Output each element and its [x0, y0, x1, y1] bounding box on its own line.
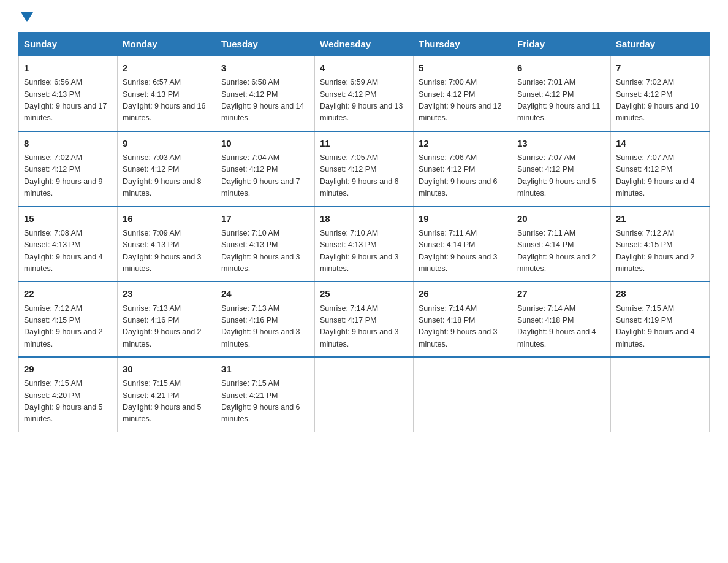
day-number: 8 [24, 136, 112, 150]
calendar-cell: 20Sunrise: 7:11 AMSunset: 4:14 PMDayligh… [512, 207, 611, 282]
calendar-cell: 17Sunrise: 7:10 AMSunset: 4:13 PMDayligh… [216, 207, 315, 282]
day-info: Sunrise: 7:14 AMSunset: 4:18 PMDaylight:… [517, 304, 596, 348]
calendar-cell: 6Sunrise: 7:01 AMSunset: 4:12 PMDaylight… [512, 56, 611, 131]
day-number: 14 [616, 136, 704, 150]
day-number: 16 [123, 212, 211, 226]
calendar-cell: 7Sunrise: 7:02 AMSunset: 4:12 PMDaylight… [611, 56, 710, 131]
col-header-sunday: Sunday [19, 33, 118, 56]
logo [18, 12, 33, 21]
week-row-4: 22Sunrise: 7:12 AMSunset: 4:15 PMDayligh… [19, 282, 710, 357]
week-row-2: 8Sunrise: 7:02 AMSunset: 4:12 PMDaylight… [19, 131, 710, 207]
day-number: 11 [320, 136, 408, 150]
day-number: 1 [24, 61, 112, 75]
day-number: 9 [123, 136, 211, 150]
calendar-cell: 30Sunrise: 7:15 AMSunset: 4:21 PMDayligh… [118, 357, 216, 432]
day-info: Sunrise: 7:00 AMSunset: 4:12 PMDaylight:… [419, 78, 502, 122]
day-number: 26 [419, 286, 507, 301]
day-number: 6 [517, 61, 605, 75]
day-info: Sunrise: 7:07 AMSunset: 4:12 PMDaylight:… [517, 153, 596, 197]
day-info: Sunrise: 7:10 AMSunset: 4:13 PMDaylight:… [320, 229, 399, 273]
calendar-cell: 3Sunrise: 6:58 AMSunset: 4:12 PMDaylight… [216, 56, 315, 131]
day-number: 22 [24, 286, 112, 301]
day-number: 13 [517, 136, 605, 150]
calendar-cell [512, 357, 611, 432]
calendar-cell: 4Sunrise: 6:59 AMSunset: 4:12 PMDaylight… [315, 56, 414, 131]
day-info: Sunrise: 6:59 AMSunset: 4:12 PMDaylight:… [320, 78, 403, 122]
calendar-cell: 12Sunrise: 7:06 AMSunset: 4:12 PMDayligh… [414, 131, 512, 207]
calendar-cell: 29Sunrise: 7:15 AMSunset: 4:20 PMDayligh… [19, 357, 118, 432]
week-row-3: 15Sunrise: 7:08 AMSunset: 4:13 PMDayligh… [19, 207, 710, 282]
col-header-friday: Friday [512, 33, 611, 56]
day-info: Sunrise: 7:12 AMSunset: 4:15 PMDaylight:… [616, 229, 695, 273]
day-info: Sunrise: 7:02 AMSunset: 4:12 PMDaylight:… [24, 153, 103, 197]
calendar-table: SundayMondayTuesdayWednesdayThursdayFrid… [18, 32, 710, 432]
calendar-cell: 8Sunrise: 7:02 AMSunset: 4:12 PMDaylight… [19, 131, 118, 207]
calendar-cell: 27Sunrise: 7:14 AMSunset: 4:18 PMDayligh… [512, 282, 611, 357]
day-info: Sunrise: 6:58 AMSunset: 4:12 PMDaylight:… [221, 78, 305, 122]
calendar-cell: 18Sunrise: 7:10 AMSunset: 4:13 PMDayligh… [315, 207, 414, 282]
logo-text [18, 12, 33, 23]
calendar-cell: 31Sunrise: 7:15 AMSunset: 4:21 PMDayligh… [216, 357, 315, 432]
day-number: 23 [123, 286, 211, 301]
col-header-wednesday: Wednesday [315, 33, 414, 56]
col-header-monday: Monday [118, 33, 216, 56]
day-info: Sunrise: 7:09 AMSunset: 4:13 PMDaylight:… [123, 229, 202, 273]
header [18, 12, 710, 21]
day-info: Sunrise: 7:08 AMSunset: 4:13 PMDaylight:… [24, 229, 103, 273]
calendar-cell [414, 357, 512, 432]
day-info: Sunrise: 7:06 AMSunset: 4:12 PMDaylight:… [419, 153, 498, 197]
day-number: 29 [24, 362, 112, 376]
day-number: 5 [419, 61, 507, 75]
day-info: Sunrise: 7:15 AMSunset: 4:19 PMDaylight:… [616, 304, 695, 348]
day-number: 20 [517, 212, 605, 226]
day-info: Sunrise: 7:10 AMSunset: 4:13 PMDaylight:… [221, 229, 300, 273]
col-header-tuesday: Tuesday [216, 33, 315, 56]
day-number: 18 [320, 212, 408, 226]
calendar-header-row: SundayMondayTuesdayWednesdayThursdayFrid… [19, 33, 710, 56]
day-number: 27 [517, 286, 605, 301]
day-number: 15 [24, 212, 112, 226]
day-info: Sunrise: 7:07 AMSunset: 4:12 PMDaylight:… [616, 153, 695, 197]
calendar-cell: 10Sunrise: 7:04 AMSunset: 4:12 PMDayligh… [216, 131, 315, 207]
col-header-thursday: Thursday [414, 33, 512, 56]
day-number: 19 [419, 212, 507, 226]
week-row-5: 29Sunrise: 7:15 AMSunset: 4:20 PMDayligh… [19, 357, 710, 432]
day-info: Sunrise: 7:15 AMSunset: 4:21 PMDaylight:… [123, 379, 202, 423]
calendar-cell: 2Sunrise: 6:57 AMSunset: 4:13 PMDaylight… [118, 56, 216, 131]
calendar-cell: 16Sunrise: 7:09 AMSunset: 4:13 PMDayligh… [118, 207, 216, 282]
calendar-cell: 1Sunrise: 6:56 AMSunset: 4:13 PMDaylight… [19, 56, 118, 131]
day-info: Sunrise: 7:04 AMSunset: 4:12 PMDaylight:… [221, 153, 300, 197]
day-info: Sunrise: 7:01 AMSunset: 4:12 PMDaylight:… [517, 78, 601, 122]
day-info: Sunrise: 7:14 AMSunset: 4:17 PMDaylight:… [320, 304, 399, 348]
calendar-cell: 9Sunrise: 7:03 AMSunset: 4:12 PMDaylight… [118, 131, 216, 207]
col-header-saturday: Saturday [611, 33, 710, 56]
day-info: Sunrise: 7:15 AMSunset: 4:20 PMDaylight:… [24, 379, 103, 423]
calendar-cell: 14Sunrise: 7:07 AMSunset: 4:12 PMDayligh… [611, 131, 710, 207]
day-number: 21 [616, 212, 704, 226]
day-number: 28 [616, 286, 704, 301]
calendar-cell: 24Sunrise: 7:13 AMSunset: 4:16 PMDayligh… [216, 282, 315, 357]
day-number: 25 [320, 286, 408, 301]
day-number: 30 [123, 362, 211, 376]
day-info: Sunrise: 7:11 AMSunset: 4:14 PMDaylight:… [517, 229, 596, 273]
day-info: Sunrise: 7:11 AMSunset: 4:14 PMDaylight:… [419, 229, 498, 273]
day-info: Sunrise: 6:56 AMSunset: 4:13 PMDaylight:… [24, 78, 107, 122]
day-info: Sunrise: 7:03 AMSunset: 4:12 PMDaylight:… [123, 153, 202, 197]
calendar-cell: 11Sunrise: 7:05 AMSunset: 4:12 PMDayligh… [315, 131, 414, 207]
day-number: 10 [221, 136, 309, 150]
calendar-cell: 15Sunrise: 7:08 AMSunset: 4:13 PMDayligh… [19, 207, 118, 282]
calendar-cell: 22Sunrise: 7:12 AMSunset: 4:15 PMDayligh… [19, 282, 118, 357]
day-info: Sunrise: 7:13 AMSunset: 4:16 PMDaylight:… [221, 304, 300, 348]
calendar-cell: 28Sunrise: 7:15 AMSunset: 4:19 PMDayligh… [611, 282, 710, 357]
calendar-cell: 21Sunrise: 7:12 AMSunset: 4:15 PMDayligh… [611, 207, 710, 282]
day-info: Sunrise: 7:02 AMSunset: 4:12 PMDaylight:… [616, 78, 699, 122]
day-info: Sunrise: 7:05 AMSunset: 4:12 PMDaylight:… [320, 153, 399, 197]
calendar-cell: 23Sunrise: 7:13 AMSunset: 4:16 PMDayligh… [118, 282, 216, 357]
day-number: 24 [221, 286, 309, 301]
calendar-cell: 26Sunrise: 7:14 AMSunset: 4:18 PMDayligh… [414, 282, 512, 357]
day-number: 7 [616, 61, 704, 75]
day-info: Sunrise: 7:14 AMSunset: 4:18 PMDaylight:… [419, 304, 498, 348]
calendar-cell [315, 357, 414, 432]
day-info: Sunrise: 7:15 AMSunset: 4:21 PMDaylight:… [221, 379, 300, 423]
calendar-cell: 25Sunrise: 7:14 AMSunset: 4:17 PMDayligh… [315, 282, 414, 357]
